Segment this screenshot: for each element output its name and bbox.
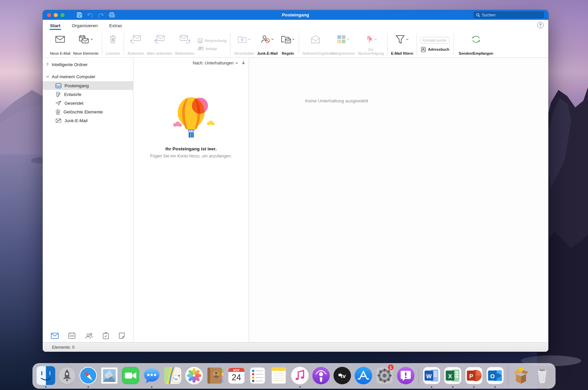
calendar-module-icon[interactable] bbox=[68, 332, 76, 340]
dock-word-icon[interactable]: W bbox=[422, 364, 442, 388]
kategorisieren-label: Kategorisieren bbox=[331, 51, 355, 56]
people-module-icon[interactable] bbox=[85, 333, 93, 340]
dock-settings-icon[interactable]: 1 bbox=[375, 364, 394, 388]
zoom-button[interactable] bbox=[60, 13, 65, 17]
read-unread-icon bbox=[311, 34, 320, 45]
weiterleiten-label: Weiterleiten bbox=[175, 51, 195, 56]
sidebar-item-geloeschte-elemente[interactable]: Gelöschte Elemente bbox=[43, 107, 133, 116]
dock-facetime-icon[interactable] bbox=[121, 364, 140, 388]
dock-reminders-icon[interactable] bbox=[248, 364, 267, 388]
chevron-right-icon[interactable] bbox=[46, 62, 49, 66]
ribbon-group-tags: Gelesen/Ungelesen Kategorisieren bbox=[299, 32, 387, 57]
undo-icon[interactable] bbox=[87, 12, 93, 18]
kategorisieren-button[interactable]: Kategorisieren bbox=[330, 32, 356, 57]
dock-maps-icon[interactable]: 3D bbox=[163, 364, 183, 388]
dock-podcasts-icon[interactable] bbox=[311, 364, 331, 388]
chevron-down-icon[interactable] bbox=[46, 75, 49, 79]
redo-icon[interactable] bbox=[98, 12, 104, 18]
tab-extras[interactable]: Extras bbox=[109, 23, 122, 31]
dock-excel-icon[interactable]: X bbox=[443, 364, 463, 388]
mail-module-icon[interactable] bbox=[51, 333, 59, 340]
chevron-down-icon bbox=[374, 38, 377, 40]
sidebar-section-auf-meinem-computer[interactable]: Auf meinem Computer bbox=[43, 72, 133, 81]
notes-module-icon[interactable] bbox=[119, 332, 125, 340]
dock-powerpoint-icon[interactable]: P bbox=[464, 364, 484, 388]
junk-folder-icon bbox=[55, 118, 61, 123]
running-indicator bbox=[45, 386, 47, 388]
tasks-module-icon[interactable] bbox=[102, 332, 109, 341]
tab-organisieren[interactable]: Organisieren bbox=[72, 23, 98, 31]
neue-email-label: Neue E-Mail bbox=[50, 51, 71, 56]
running-indicator bbox=[495, 386, 496, 388]
sidebar-item-posteingang[interactable]: Posteingang bbox=[43, 81, 133, 90]
kontakt-suche-input[interactable] bbox=[421, 37, 450, 44]
antworten-button[interactable]: Antworten bbox=[126, 32, 145, 57]
neue-elemente-label: Neue Elemente bbox=[73, 51, 99, 56]
neue-elemente-button[interactable]: Neue Elemente bbox=[72, 32, 100, 57]
sidebar-item-gesendet[interactable]: Gesendet bbox=[43, 99, 133, 107]
dock-photos-icon[interactable] bbox=[184, 364, 204, 388]
dock-installer-package-icon[interactable] bbox=[511, 364, 531, 388]
save-icon[interactable] bbox=[77, 12, 82, 18]
running-indicator bbox=[452, 386, 454, 388]
tab-start[interactable]: Start bbox=[50, 23, 60, 31]
verschieben-button[interactable]: Verschieben bbox=[233, 32, 255, 57]
neue-email-button[interactable]: Neue E-Mail bbox=[49, 32, 72, 57]
print-icon[interactable] bbox=[109, 12, 115, 18]
loeschen-button[interactable]: Löschen bbox=[104, 32, 121, 57]
besprechung-button[interactable]: Besprechung bbox=[198, 38, 227, 43]
dock-trash-icon[interactable] bbox=[533, 364, 552, 388]
titlebar-search[interactable] bbox=[474, 12, 544, 18]
new-mail-icon bbox=[55, 34, 65, 45]
junk-email-button[interactable]: Junk-E-Mail bbox=[256, 32, 279, 57]
dock-safari-icon[interactable] bbox=[79, 364, 98, 388]
sidebar-section-label: Auf meinem Computer bbox=[52, 74, 95, 79]
gelesen-ungelesen-label: Gelesen/Ungelesen bbox=[302, 51, 329, 56]
sidebar-item-junk-email[interactable]: Junk-E-Mail bbox=[43, 116, 133, 125]
folder-sidebar: Intelligente Ordner Auf meinem Computer … bbox=[43, 58, 133, 342]
dock-feedback-icon[interactable] bbox=[396, 364, 416, 388]
dock-mail-icon[interactable] bbox=[100, 364, 119, 388]
nachverfolgung-label: Zur Nachverfolgung bbox=[358, 47, 384, 56]
sort-direction-button[interactable] bbox=[242, 60, 245, 66]
dock-launchpad-icon[interactable] bbox=[57, 364, 77, 388]
dock: 3D NOV24 tv 1 W X bbox=[33, 363, 556, 389]
gelesen-ungelesen-button[interactable]: Gelesen/Ungelesen bbox=[301, 32, 330, 57]
search-input[interactable] bbox=[482, 13, 541, 17]
follow-up-flag-icon bbox=[365, 35, 373, 44]
inbox-empty-title: Ihr Posteingang ist leer. bbox=[133, 146, 249, 151]
allen-antworten-button[interactable]: Allen antworten bbox=[146, 32, 173, 57]
anlage-button[interactable]: Anlage bbox=[198, 46, 227, 51]
dock-tv-icon[interactable]: tv bbox=[333, 364, 352, 388]
maps-3d-label: 3D bbox=[174, 378, 178, 381]
dock-contacts-icon[interactable] bbox=[206, 364, 225, 388]
email-filtern-button[interactable]: E-Mail filtern bbox=[390, 32, 414, 57]
anlage-label: Anlage bbox=[206, 47, 217, 51]
weiterleiten-button[interactable]: Weiterleiten bbox=[174, 32, 196, 57]
dock-outlook-icon[interactable]: O bbox=[486, 364, 505, 388]
dock-music-icon[interactable] bbox=[290, 364, 310, 388]
chevron-down-icon bbox=[292, 38, 295, 40]
adressbuch-button[interactable]: Adressbuch bbox=[421, 47, 450, 52]
notification-badge: 1 bbox=[388, 364, 394, 370]
message-list-pane: Nach: Unterhaltungen bbox=[133, 58, 249, 342]
dock-finder-icon[interactable] bbox=[36, 364, 56, 388]
junk-email-label: Junk-E-Mail bbox=[257, 51, 278, 56]
close-button[interactable] bbox=[47, 13, 51, 17]
dock-messages-icon[interactable] bbox=[142, 364, 162, 388]
reading-pane: Keine Unterhaltung ausgewählt bbox=[249, 58, 548, 342]
titlebar[interactable]: Posteingang bbox=[43, 10, 548, 20]
sort-by-control[interactable]: Nach: Unterhaltungen bbox=[193, 61, 238, 65]
sidebar-section-intelligente-ordner[interactable]: Intelligente Ordner bbox=[43, 60, 133, 69]
regeln-button[interactable]: Regeln bbox=[280, 32, 296, 57]
nachverfolgung-button[interactable]: Zur Nachverfolgung bbox=[357, 32, 385, 57]
sidebar-item-entwuerfe[interactable]: Entwürfe bbox=[43, 90, 133, 99]
help-icon[interactable]: ? bbox=[537, 22, 544, 28]
dock-appstore-icon[interactable] bbox=[354, 364, 373, 388]
reading-pane-empty-text: Keine Unterhaltung ausgewählt bbox=[305, 98, 368, 103]
senden-empfangen-button[interactable]: Senden/Empfangen bbox=[456, 32, 496, 57]
ribbon-group-contacts: Adressbuch bbox=[417, 32, 453, 57]
dock-calendar-icon[interactable]: NOV24 bbox=[227, 364, 246, 388]
minimize-button[interactable] bbox=[54, 13, 58, 17]
dock-notes-icon[interactable] bbox=[269, 364, 289, 388]
